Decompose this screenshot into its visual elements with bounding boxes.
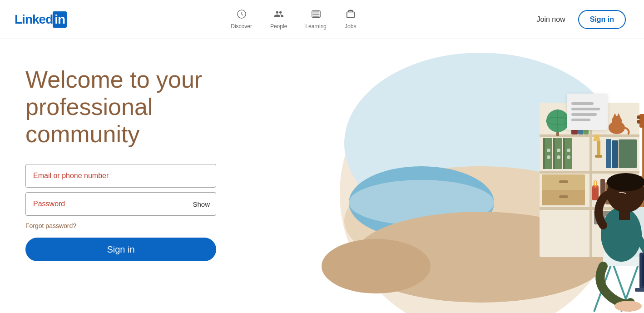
logo-text-in: in xyxy=(53,11,67,28)
svg-rect-37 xyxy=(597,141,600,155)
nav-item-people[interactable]: People xyxy=(261,5,296,33)
svg-point-8 xyxy=(322,239,431,293)
svg-point-32 xyxy=(547,155,550,159)
svg-rect-46 xyxy=(559,180,568,183)
svg-rect-42 xyxy=(619,139,637,168)
svg-rect-83 xyxy=(642,255,644,286)
svg-point-34 xyxy=(557,155,560,159)
svg-rect-47 xyxy=(559,195,568,198)
svg-point-36 xyxy=(567,155,570,159)
join-now-button[interactable]: Join now xyxy=(530,11,573,28)
nav-learning-label: Learning xyxy=(305,23,327,30)
svg-rect-28 xyxy=(553,138,555,169)
svg-point-68 xyxy=(637,120,640,124)
doc-line-3 xyxy=(571,113,597,116)
svg-rect-30 xyxy=(563,138,565,169)
svg-rect-39 xyxy=(595,155,602,158)
svg-rect-41 xyxy=(612,140,618,168)
svg-point-81 xyxy=(614,301,642,312)
show-password-button[interactable]: Show xyxy=(193,200,210,208)
linkedin-logo[interactable]: Linkedin xyxy=(15,11,67,28)
email-input[interactable] xyxy=(25,164,216,188)
people-icon xyxy=(274,9,284,21)
discover-icon xyxy=(237,9,247,21)
main-content: Welcome to your professional community S… xyxy=(0,39,644,313)
doc-line-4 xyxy=(571,119,590,121)
svg-point-67 xyxy=(637,115,640,119)
logo-text-linked: Linked xyxy=(15,12,53,27)
nav-item-jobs[interactable]: Jobs xyxy=(336,5,365,33)
document-card xyxy=(567,94,608,130)
header: Linkedin Discover People xyxy=(0,0,644,39)
svg-rect-40 xyxy=(606,139,611,168)
hero-headline: Welcome to your professional community xyxy=(25,66,236,148)
svg-rect-85 xyxy=(635,288,644,292)
password-wrapper: Show xyxy=(25,192,216,216)
svg-rect-80 xyxy=(619,211,630,220)
jobs-icon xyxy=(346,9,356,21)
doc-line-2 xyxy=(571,108,600,110)
nav-actions: Join now Sign in xyxy=(530,10,626,29)
svg-point-51 xyxy=(594,181,596,185)
hero-illustration xyxy=(285,39,644,313)
svg-point-22 xyxy=(612,116,622,126)
svg-point-31 xyxy=(547,149,550,152)
login-form: Show Forgot password? Sign in xyxy=(25,164,216,261)
nav-jobs-label: Jobs xyxy=(345,23,356,30)
svg-rect-66 xyxy=(639,114,644,128)
right-panel xyxy=(236,39,644,313)
nav-item-discover[interactable]: Discover xyxy=(222,5,261,33)
svg-point-33 xyxy=(557,149,560,152)
left-panel: Welcome to your professional community S… xyxy=(0,39,236,313)
headline-line1: Welcome to your xyxy=(25,66,202,93)
nav-people-label: People xyxy=(270,23,287,30)
signin-main-button[interactable]: Sign in xyxy=(25,238,216,261)
doc-line-1 xyxy=(571,102,594,105)
forgot-password-link[interactable]: Forgot password? xyxy=(25,222,216,229)
headline-line2: professional community xyxy=(25,94,153,147)
svg-point-35 xyxy=(567,149,570,152)
learning-icon xyxy=(311,9,321,21)
svg-rect-26 xyxy=(543,138,545,169)
nav-discover-label: Discover xyxy=(231,23,252,30)
svg-rect-48 xyxy=(592,187,599,200)
svg-point-79 xyxy=(607,173,644,191)
signin-header-button[interactable]: Sign in xyxy=(578,10,626,29)
password-input[interactable] xyxy=(25,192,216,216)
svg-rect-17 xyxy=(556,132,559,136)
nav-item-learning[interactable]: Learning xyxy=(296,5,336,33)
main-nav: Discover People Learning xyxy=(222,5,365,33)
